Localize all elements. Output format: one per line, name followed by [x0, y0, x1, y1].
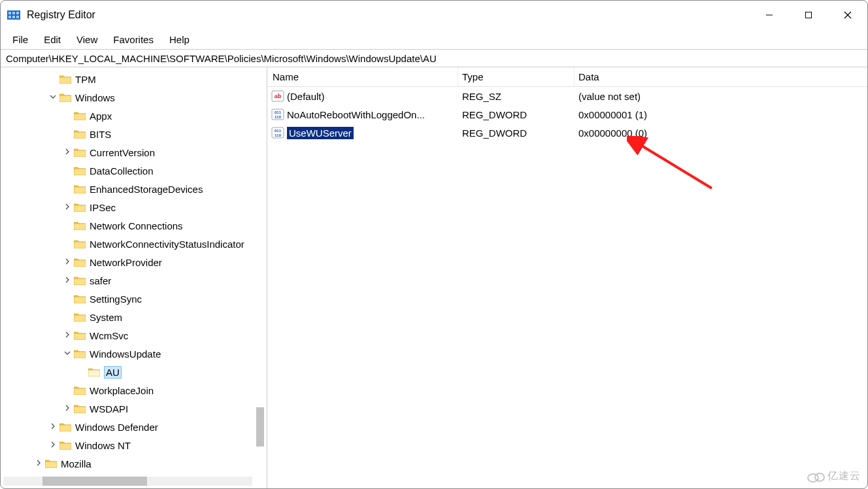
svg-rect-26	[74, 352, 86, 358]
column-header-data[interactable]: Data	[575, 67, 867, 86]
chevron-right-icon[interactable]	[48, 422, 58, 431]
tree-item-label: WorkplaceJoin	[90, 385, 154, 396]
chevron-right-icon[interactable]	[62, 258, 73, 267]
tree-item-label: Windows NT	[75, 440, 131, 451]
tree-item[interactable]: WindowsUpdate	[1, 345, 267, 363]
tree-pane[interactable]: TPM Windows Appx BITS CurrentVersion Dat…	[1, 67, 267, 488]
tree-item[interactable]: BITS	[1, 125, 267, 143]
value-name: UseWUServer	[287, 127, 354, 139]
tree-item[interactable]: SettingSync	[1, 290, 267, 308]
svg-rect-14	[74, 132, 86, 139]
registry-editor-window: Registry Editor File Edit View Favorites…	[0, 0, 868, 489]
tree-item[interactable]: Network Connections	[1, 216, 267, 235]
tree-item[interactable]: NetworkProvider	[1, 253, 267, 271]
svg-text:ab: ab	[275, 93, 282, 99]
menu-favorites[interactable]: Favorites	[105, 33, 161, 46]
value-type: REG_SZ	[458, 91, 575, 102]
tree-item[interactable]: Mozilla	[1, 454, 267, 473]
menu-edit[interactable]: Edit	[36, 33, 69, 46]
menu-view[interactable]: View	[69, 33, 105, 46]
svg-rect-17	[74, 187, 86, 194]
svg-text:110: 110	[275, 133, 282, 137]
column-header-type[interactable]: Type	[458, 67, 575, 86]
address-bar[interactable]: Computer\HKEY_LOCAL_MACHINE\SOFTWARE\Pol…	[1, 49, 867, 67]
minimize-button[interactable]	[750, 1, 789, 29]
tree-item-label: BITS	[90, 129, 111, 140]
tree-item[interactable]: NetworkConnectivityStatusIndicator	[1, 235, 267, 253]
tree-item[interactable]: CurrentVersion	[1, 143, 267, 161]
tree-item[interactable]: WorkplaceJoin	[1, 381, 267, 399]
registry-tree: TPM Windows Appx BITS CurrentVersion Dat…	[1, 67, 267, 473]
svg-rect-8	[806, 12, 812, 18]
tree-item[interactable]: safer	[1, 271, 267, 290]
value-row[interactable]: ab (Default)REG_SZ(value not set)	[267, 87, 867, 105]
tree-item[interactable]: WSDAPI	[1, 399, 267, 418]
tree-item-label: NetworkConnectivityStatusIndicator	[90, 239, 244, 250]
tree-item-label: Windows Defender	[75, 422, 158, 433]
tree-item[interactable]: DataCollection	[1, 161, 267, 180]
svg-rect-31	[59, 443, 71, 450]
tree-item-label: safer	[90, 275, 111, 286]
chevron-right-icon[interactable]	[62, 331, 73, 340]
chevron-right-icon[interactable]	[33, 459, 44, 468]
annotation-arrow-icon	[627, 136, 725, 201]
svg-rect-4	[8, 16, 11, 18]
svg-text:011: 011	[275, 129, 282, 133]
svg-point-44	[815, 473, 824, 481]
tree-horizontal-scrollbar-thumb[interactable]	[42, 477, 147, 486]
chevron-right-icon[interactable]	[62, 276, 73, 285]
svg-rect-16	[74, 169, 86, 175]
value-row[interactable]: 011 110 NoAutoRebootWithLoggedOn...REG_D…	[267, 105, 867, 124]
titlebar[interactable]: Registry Editor	[1, 1, 867, 29]
chevron-right-icon[interactable]	[62, 203, 73, 212]
chevron-down-icon[interactable]	[62, 349, 73, 358]
svg-rect-13	[74, 114, 86, 120]
value-data: 0x00000001 (1)	[575, 109, 867, 120]
tree-item[interactable]: Windows Defender	[1, 418, 267, 436]
tree-item-label: WSDAPI	[90, 403, 128, 414]
tree-item[interactable]: EnhancedStorageDevices	[1, 180, 267, 198]
address-path: Computer\HKEY_LOCAL_MACHINE\SOFTWARE\Pol…	[6, 53, 437, 64]
tree-horizontal-scrollbar[interactable]	[3, 477, 252, 486]
svg-rect-20	[74, 242, 86, 248]
tree-item[interactable]: IPSec	[1, 198, 267, 216]
value-name: NoAutoRebootWithLoggedOn...	[287, 109, 425, 120]
column-header-name[interactable]: Name	[267, 67, 458, 86]
menu-help[interactable]: Help	[161, 33, 197, 46]
tree-item-label: DataCollection	[90, 165, 154, 177]
tree-vertical-scrollbar-thumb[interactable]	[256, 407, 264, 447]
value-type: REG_DWORD	[458, 127, 575, 139]
tree-item[interactable]: Windows NT	[1, 436, 267, 454]
maximize-button[interactable]	[789, 1, 828, 29]
svg-rect-6	[16, 16, 19, 18]
tree-item-label: NetworkProvider	[90, 257, 162, 268]
chevron-right-icon[interactable]	[62, 404, 73, 413]
tree-item-label: EnhancedStorageDevices	[90, 184, 203, 195]
tree-item[interactable]: WcmSvc	[1, 326, 267, 345]
menu-file[interactable]: File	[5, 33, 36, 46]
svg-rect-21	[74, 260, 86, 267]
values-pane[interactable]: Name Type Data ab (Default)REG_SZ(value …	[267, 67, 867, 488]
close-button[interactable]	[828, 1, 867, 29]
tree-item-label: Network Connections	[90, 220, 183, 231]
svg-rect-23	[74, 297, 86, 303]
regedit-app-icon	[7, 8, 20, 22]
chevron-right-icon[interactable]	[48, 441, 58, 450]
tree-item-label: IPSec	[90, 202, 116, 213]
value-data: 0x00000000 (0)	[575, 127, 867, 139]
svg-rect-32	[45, 462, 57, 468]
chevron-down-icon[interactable]	[48, 93, 58, 102]
svg-rect-19	[74, 224, 86, 230]
tree-item-label: Appx	[90, 110, 112, 122]
tree-item[interactable]: TPM	[1, 70, 267, 88]
tree-item-label: TPM	[75, 74, 96, 85]
tree-item[interactable]: System	[1, 308, 267, 326]
svg-rect-28	[74, 388, 86, 395]
tree-item[interactable]: AU	[1, 363, 267, 381]
chevron-right-icon[interactable]	[62, 148, 73, 157]
values-header: Name Type Data	[267, 67, 867, 87]
tree-item-label: Mozilla	[61, 458, 92, 469]
tree-item[interactable]: Appx	[1, 107, 267, 125]
tree-item[interactable]: Windows	[1, 88, 267, 107]
value-row[interactable]: 011 110 UseWUServerREG_DWORD0x00000000 (…	[267, 124, 867, 142]
